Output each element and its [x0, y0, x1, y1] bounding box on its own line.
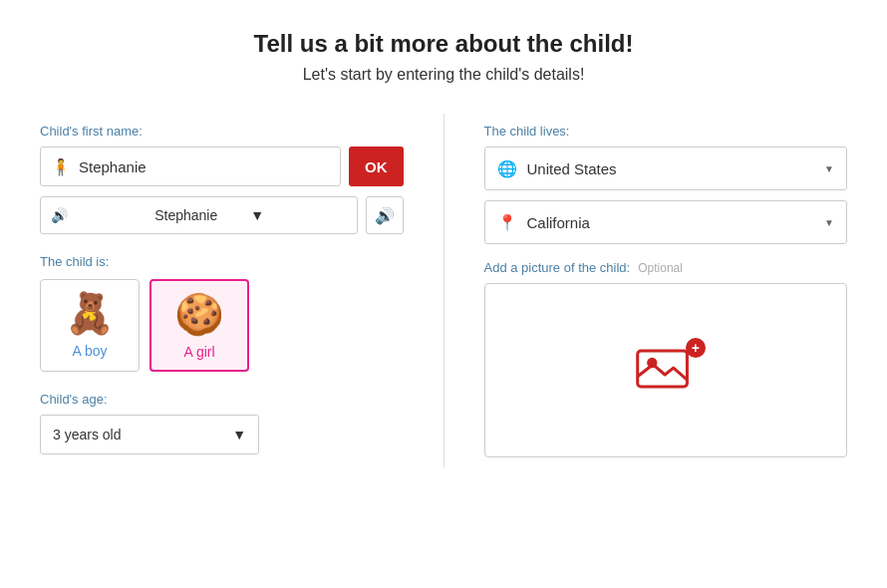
girl-icon: 🍪	[174, 291, 224, 338]
state-select[interactable]: 📍 California ▼	[484, 200, 848, 244]
volume-icon: 🔊	[51, 207, 147, 223]
age-value: 3 years old	[53, 427, 121, 442]
left-column: Child's first name: 🧍 OK 🔊 Stephanie ▼ 🔊…	[20, 114, 444, 467]
country-select-inner: 🌐 United States	[497, 159, 825, 178]
state-select-inner: 📍 California	[497, 213, 825, 232]
lives-label: The child lives:	[484, 124, 848, 139]
upload-icon-wrapper: +	[636, 344, 696, 398]
first-name-label: Child's first name:	[40, 124, 404, 139]
boy-label: A boy	[72, 343, 107, 359]
picture-section: Add a picture of the child: Optional +	[484, 260, 848, 457]
boy-icon: 🧸	[65, 290, 115, 337]
country-select[interactable]: 🌐 United States ▼	[484, 147, 848, 190]
right-column: The child lives: 🌐 United States ▼ 📍 Cal…	[444, 114, 868, 467]
svg-rect-0	[637, 351, 687, 387]
boy-option[interactable]: 🧸 A boy	[40, 279, 140, 372]
state-dropdown-arrow: ▼	[824, 217, 834, 228]
main-content: Child's first name: 🧍 OK 🔊 Stephanie ▼ 🔊…	[20, 114, 867, 467]
person-icon: 🧍	[51, 157, 71, 176]
country-value: United States	[527, 160, 617, 177]
voice-name: Stephanie	[154, 207, 250, 223]
age-section: Child's age: 3 years old ▼	[40, 392, 404, 454]
voice-dropdown-arrow: ▼	[250, 207, 346, 223]
age-dropdown-arrow: ▼	[232, 427, 246, 442]
girl-label: A girl	[183, 344, 214, 360]
age-label: Child's age:	[40, 392, 404, 407]
voice-row: 🔊 Stephanie ▼ 🔊	[40, 196, 404, 234]
name-input-box[interactable]: 🧍	[40, 147, 341, 186]
state-value: California	[527, 214, 590, 231]
ok-button[interactable]: OK	[349, 147, 404, 186]
page-header: Tell us a bit more about the child! Let'…	[254, 30, 634, 84]
gender-options: 🧸 A boy 🍪 A girl	[40, 279, 404, 372]
age-select[interactable]: 3 years old ▼	[40, 415, 259, 454]
gender-label: The child is:	[40, 254, 404, 269]
play-voice-button[interactable]: 🔊	[366, 196, 404, 234]
picture-label: Add a picture of the child: Optional	[484, 260, 848, 275]
country-dropdown-arrow: ▼	[824, 163, 834, 174]
girl-option[interactable]: 🍪 A girl	[149, 279, 249, 372]
lives-section: The child lives: 🌐 United States ▼ 📍 Cal…	[484, 124, 848, 244]
optional-label: Optional	[638, 261, 683, 275]
name-input-row: 🧍 OK	[40, 147, 404, 186]
page-subtitle: Let's start by entering the child's deta…	[254, 66, 634, 84]
voice-select[interactable]: 🔊 Stephanie ▼	[40, 196, 358, 234]
globe-icon: 🌐	[497, 159, 517, 178]
first-name-input[interactable]	[79, 158, 330, 175]
picture-label-text: Add a picture of the child:	[484, 260, 631, 275]
picture-upload-box[interactable]: +	[484, 283, 848, 457]
plus-badge: +	[686, 338, 706, 358]
play-icon: 🔊	[375, 206, 395, 225]
gender-section: The child is: 🧸 A boy 🍪 A girl	[40, 254, 404, 372]
page-title: Tell us a bit more about the child!	[254, 30, 634, 58]
pin-icon: 📍	[497, 213, 517, 232]
